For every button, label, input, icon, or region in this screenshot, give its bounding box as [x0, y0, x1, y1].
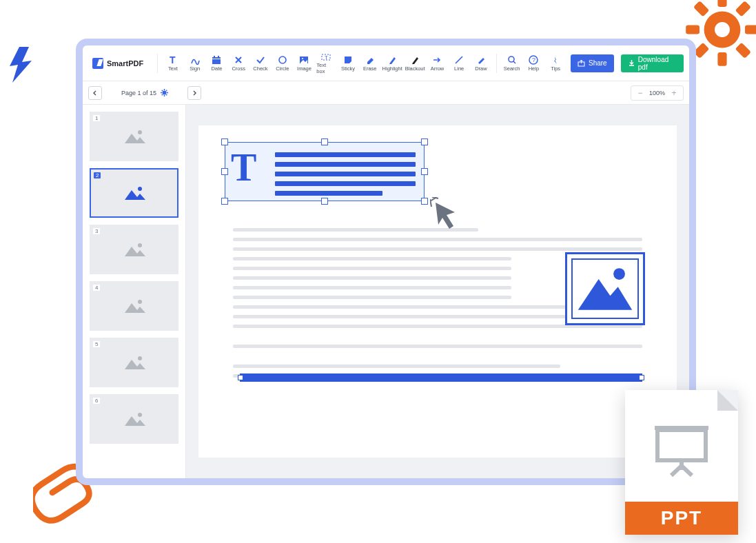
tool-draw[interactable]: Draw: [471, 50, 491, 77]
resize-handle[interactable]: [321, 139, 328, 145]
svg-line-49: [432, 197, 438, 198]
svg-marker-40: [125, 247, 145, 256]
lightning-icon: [6, 45, 36, 84]
document-page[interactable]: T: [198, 125, 677, 458]
thumbnails-sidebar: 123456: [83, 105, 186, 478]
tool-cross[interactable]: Cross: [229, 50, 248, 77]
tool-arrow[interactable]: Arrow: [428, 50, 447, 77]
svg-rect-54: [655, 426, 708, 430]
chevron-left-icon: [92, 90, 98, 96]
tool-check[interactable]: Check: [251, 50, 270, 77]
tool-image[interactable]: Image: [295, 50, 314, 77]
tool-help[interactable]: ?Help: [524, 50, 544, 77]
thumbnail[interactable]: 5: [90, 338, 178, 387]
svg-rect-12: [212, 57, 221, 64]
zoom-out-button[interactable]: −: [635, 88, 645, 98]
resize-handle[interactable]: [321, 198, 328, 205]
svg-rect-15: [218, 56, 219, 58]
resize-handle[interactable]: [221, 168, 228, 175]
tool-text[interactable]: TText: [163, 50, 183, 77]
svg-line-57: [682, 466, 692, 475]
svg-line-32: [166, 94, 167, 95]
logo-icon: [92, 58, 103, 69]
line-selection[interactable]: [240, 373, 642, 382]
tool-circle[interactable]: Circle: [273, 50, 292, 77]
resize-handle[interactable]: [221, 198, 228, 205]
app-name: SmartPDF: [107, 59, 143, 68]
prev-page-button[interactable]: [88, 86, 102, 100]
zoom-value: 100%: [649, 90, 665, 96]
svg-point-45: [138, 413, 142, 417]
svg-rect-6: [735, 1, 751, 17]
image-icon: [122, 296, 147, 316]
zoom-in-button[interactable]: +: [669, 88, 679, 98]
svg-point-16: [279, 57, 286, 63]
resize-handle[interactable]: [421, 139, 428, 145]
svg-text:T: T: [325, 54, 328, 61]
presentation-icon: [651, 418, 713, 480]
tool-blackout[interactable]: Blackout: [405, 50, 425, 77]
svg-line-31: [162, 90, 163, 91]
image-placeholder[interactable]: [565, 252, 645, 325]
image-icon: [122, 127, 147, 146]
share-button[interactable]: Share: [571, 54, 614, 72]
resize-handle[interactable]: [421, 198, 428, 205]
svg-rect-3: [717, 52, 726, 66]
paginator-bar: Page 1 of 15 − 100% +: [83, 81, 689, 105]
workspace: 123456 T: [83, 105, 689, 478]
svg-marker-46: [125, 416, 145, 426]
thumbnail[interactable]: 4: [90, 281, 178, 331]
thumbnail[interactable]: 3: [90, 225, 178, 274]
tool-highlight[interactable]: Highlight: [382, 50, 402, 77]
resize-handle[interactable]: [421, 168, 428, 175]
image-icon: [122, 409, 147, 429]
tool-textbox[interactable]: TText box: [316, 50, 336, 77]
tool-erase[interactable]: Erase: [360, 50, 380, 77]
download-button[interactable]: Download pdf: [621, 54, 684, 72]
svg-point-10: [715, 22, 730, 37]
tool-date[interactable]: Date: [207, 50, 227, 77]
svg-rect-5: [745, 25, 756, 34]
tool-sticky[interactable]: Sticky: [338, 50, 358, 77]
image-icon: [122, 183, 147, 203]
ppt-label: PPT: [625, 502, 738, 535]
svg-point-41: [138, 300, 142, 304]
resize-handle[interactable]: [221, 139, 228, 145]
svg-text:?: ?: [532, 57, 535, 63]
svg-rect-2: [717, 0, 726, 7]
tool-sign[interactable]: Sign: [185, 50, 205, 77]
svg-marker-36: [125, 134, 145, 143]
svg-marker-42: [125, 303, 145, 313]
svg-marker-0: [10, 47, 32, 83]
tool-tips[interactable]: Tips: [546, 50, 565, 77]
svg-point-37: [138, 187, 142, 191]
share-icon: [578, 59, 585, 67]
svg-point-43: [138, 356, 142, 360]
thumbnail[interactable]: 6: [90, 394, 178, 444]
resize-handle[interactable]: [639, 375, 644, 380]
svg-point-39: [138, 243, 142, 247]
svg-rect-13: [212, 59, 221, 59]
svg-point-51: [613, 268, 625, 280]
tool-line[interactable]: Line: [449, 50, 469, 77]
page-indicator: Page 1 of 15: [121, 89, 168, 96]
chevron-right-icon: [192, 90, 197, 96]
download-icon: [628, 59, 635, 67]
svg-marker-38: [125, 190, 145, 200]
zoom-control: − 100% +: [631, 85, 684, 101]
gear-icon[interactable]: [161, 89, 168, 96]
thumbnail[interactable]: 1: [90, 112, 178, 161]
ppt-file-badge: PPT: [625, 390, 738, 535]
tool-search[interactable]: Search: [502, 50, 522, 77]
svg-marker-44: [125, 360, 145, 369]
thumbnail[interactable]: 2: [90, 168, 178, 218]
svg-line-33: [162, 94, 163, 95]
svg-rect-53: [657, 430, 706, 460]
image-icon: [573, 260, 637, 318]
text-icon: T: [231, 145, 256, 189]
next-page-button[interactable]: [187, 86, 201, 100]
svg-marker-50: [436, 203, 455, 229]
resize-handle[interactable]: [238, 375, 243, 380]
text-box-selection[interactable]: T: [225, 142, 425, 201]
canvas: T: [186, 105, 689, 478]
